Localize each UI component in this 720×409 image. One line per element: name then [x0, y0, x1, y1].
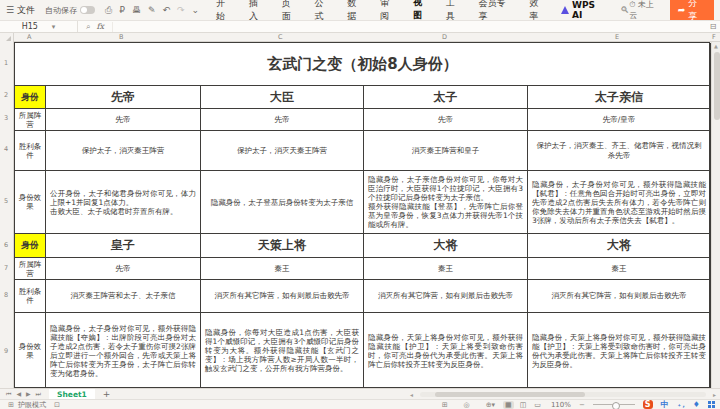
row-header-9[interactable]: 9 [0, 347, 12, 355]
autosave-toggle[interactable] [80, 6, 95, 14]
scroll-right-icon[interactable]: ▸ [713, 391, 716, 398]
label-identity-2[interactable]: 身份 [15, 234, 46, 258]
cell-win[interactable]: 保护太子，消灭秦王阵营 [46, 131, 201, 171]
redo-icon[interactable]: ↷ [177, 5, 185, 15]
row-header-8[interactable]: 8 [0, 291, 12, 299]
cell-camp[interactable]: 秦王 [528, 258, 711, 280]
row-header-3[interactable]: 3 [0, 114, 12, 122]
prev-sheet-icon[interactable]: ◀ [16, 390, 21, 398]
zoom-slider[interactable] [593, 404, 635, 405]
table-title-cell[interactable]: 玄武门之变（初始8人身份） [15, 43, 711, 86]
cell-win[interactable]: 消灭秦王阵营和太子、太子亲信 [46, 280, 201, 313]
cell-camp[interactable]: 秦王 [201, 258, 364, 280]
label-effect-2[interactable]: 身份效果 [15, 313, 46, 389]
col-header-f[interactable]: F [712, 33, 716, 42]
zoom-level[interactable]: 110% [551, 401, 571, 409]
cell-identity-xiandi[interactable]: 先帝 [46, 86, 201, 109]
formula-input[interactable] [113, 21, 706, 32]
cell-effect[interactable]: 隐藏身份，太子亲信身份对你可见，你每对大臣治疗时，大臣获得1个拉拢印记，大臣拥有… [364, 171, 528, 234]
cell-effect[interactable]: 公开身份，太子和储君身份对你可见，体力上限+1并回复1点体力。 击败大臣、太子或… [46, 171, 201, 234]
cell-effect[interactable]: 隐藏身份，天策上将身份对你可见，额外获得隐藏技能【护卫】：天策上将受到致命伤害时… [364, 313, 528, 389]
file-menu[interactable]: 文件 [17, 4, 35, 17]
page-layout-view-icon[interactable]: ▭ [532, 401, 543, 409]
row-header-7[interactable]: 7 [0, 264, 12, 272]
format-painter-icon[interactable]: ✎ [148, 5, 156, 15]
col-header-e[interactable]: E [615, 33, 619, 42]
ime-punct-icon[interactable]: ﹢, [677, 400, 685, 409]
col-header-a[interactable]: A [27, 33, 31, 42]
label-win-1[interactable]: 胜利条件 [15, 131, 46, 171]
cell-identity-dajiang-2[interactable]: 大将 [528, 234, 711, 258]
cell-win[interactable]: 保护太子，消灭天秦王阵营 [201, 131, 364, 171]
customize-toolbar-icon[interactable]: ⌄ [192, 5, 200, 15]
save-icon[interactable]: ⎙ [105, 5, 112, 16]
print-icon[interactable]: 🖶 [132, 5, 141, 15]
cell-win[interactable]: 消灭所有其它阵营，如有则最后击败先帝 [201, 280, 364, 313]
column-headers[interactable]: A B C D E F [0, 33, 720, 42]
col-header-d[interactable]: D [442, 33, 447, 42]
ime-mic-icon[interactable]: ♦ [693, 400, 700, 409]
next-sheet-icon[interactable]: ▶ [26, 390, 31, 398]
sheet-tab-sheet1[interactable]: Sheet1 [49, 389, 95, 400]
cell-effect[interactable]: 隐藏身份，太子登基后身份转变为太子亲信 [201, 171, 364, 234]
undo-icon[interactable]: ↶ [162, 5, 170, 15]
wps-s-logo[interactable]: S [643, 400, 653, 409]
label-camp-2[interactable]: 所属阵营 [15, 258, 46, 280]
accessibility-icon[interactable]: ⊕▾ [486, 401, 495, 409]
cell-effect[interactable]: 隐藏身份，你每对大臣造成1点伤害，大臣获得1个威慑印记，大臣拥有3个威慑印记后身… [201, 313, 364, 389]
cell-win[interactable]: 消灭秦王阵营和皇子 [364, 131, 528, 171]
status-grid-icon[interactable]: ⊞ [8, 401, 14, 409]
normal-view-icon[interactable]: ▦ [503, 401, 514, 409]
horizontal-scrollbar[interactable]: ◂ ▸ [420, 392, 706, 397]
cell-win[interactable]: 保护太子，消灭秦王、齐王、储君阵营，视情况刺杀先帝 [528, 131, 711, 171]
cell-camp[interactable]: 先帝 [364, 109, 528, 131]
label-effect-1[interactable]: 身份效果 [15, 171, 46, 234]
cell-camp[interactable]: 先帝/皇帝 [528, 109, 711, 131]
cell-identity-dachen[interactable]: 大臣 [201, 86, 364, 109]
wps-ai-button[interactable]: WPS AI [561, 0, 608, 20]
vertical-scroll-thumb[interactable] [714, 52, 720, 120]
page-break-view-icon[interactable]: ◫ [518, 401, 529, 409]
row-header-2[interactable]: 2 [0, 91, 12, 99]
cell-edit-icon[interactable]: ⊞ [442, 401, 448, 409]
row-header-1[interactable]: 1 [0, 59, 12, 67]
cell-camp[interactable]: 先帝 [46, 109, 201, 131]
zoom-out-icon[interactable]: − [579, 401, 585, 409]
hamburger-icon[interactable]: ☰ [6, 5, 14, 15]
task-pane-icon[interactable]: ⊟ [706, 22, 720, 31]
label-identity-1[interactable]: 身份 [15, 86, 46, 109]
col-header-b[interactable]: B [119, 33, 123, 42]
add-sheet-button[interactable]: + [103, 389, 111, 399]
cell-effect[interactable]: 隐藏身份，太子身份对你可见，额外获得隐藏技能【夺嫡】：出牌阶段可亮出身份对太子造… [46, 313, 201, 389]
first-sheet-icon[interactable]: ⏮ [6, 390, 11, 398]
insert-function-button[interactable]: fx [96, 22, 103, 31]
name-box[interactable]: H15 ▾ [0, 21, 78, 32]
cell-effect[interactable]: 隐藏身份，太子身份对你可见，额外获得隐藏技能【弑君】：任意角色回合开始时可亮出身… [528, 171, 711, 234]
row-header-5[interactable]: 5 [0, 197, 12, 205]
horizontal-scroll-thumb[interactable] [435, 392, 585, 397]
cell-win[interactable]: 消灭所有其它阵营，如有则最后击败先帝 [528, 280, 711, 313]
eye-protect-mode[interactable]: 护眼模式 [18, 400, 46, 409]
search-icon[interactable]: 🔍︎ [620, 5, 629, 15]
row-headers[interactable]: 1 2 3 4 5 6 7 8 9 [0, 42, 14, 388]
cell-effect[interactable]: 隐藏身份，天策上将身份对你可见，额外获得隐藏技能【护卫】：天策上将受到致命伤害时… [528, 313, 711, 389]
export-pdf-icon[interactable]: ₽ [119, 5, 125, 15]
select-all-corner[interactable] [0, 33, 14, 42]
vertical-scrollbar[interactable]: ▲ [711, 42, 720, 388]
label-camp-1[interactable]: 所属阵营 [15, 109, 46, 131]
ime-grid-icon[interactable] [708, 401, 716, 409]
scroll-left-icon[interactable]: ◂ [410, 391, 413, 398]
cell-identity-tiance[interactable]: 天策上将 [201, 234, 364, 258]
col-header-c[interactable]: C [278, 33, 283, 42]
label-win-2[interactable]: 胜利条件 [15, 280, 46, 313]
namebox-dropdown-icon[interactable]: ▾ [52, 23, 56, 31]
cloud-status[interactable]: ⏱ 未上云 [629, 0, 662, 21]
visibility-icon[interactable]: ◎ [464, 401, 470, 409]
status-extra-icon[interactable]: ⊡ [54, 401, 60, 409]
cell-identity-huangzi[interactable]: 皇子 [46, 234, 201, 258]
scroll-up-icon[interactable]: ▲ [714, 43, 718, 49]
ime-chinese-icon[interactable]: 中 [661, 400, 669, 409]
last-sheet-icon[interactable]: ⏭ [36, 390, 41, 398]
cell-camp[interactable]: 先帝 [46, 258, 201, 280]
cell-camp[interactable]: 先帝 [201, 109, 364, 131]
